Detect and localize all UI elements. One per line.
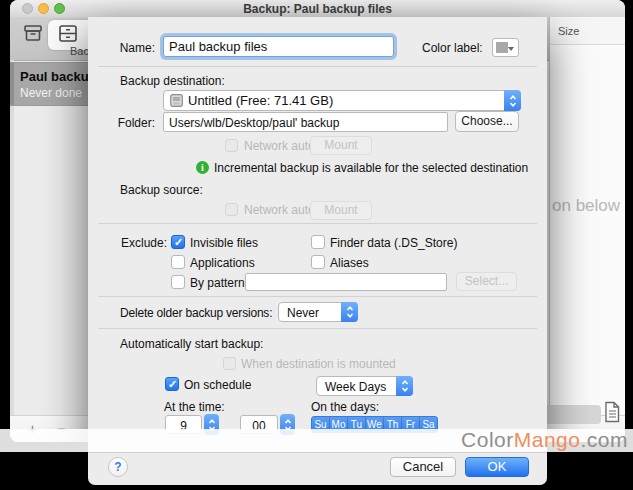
finder-data-checkbox[interactable] (311, 235, 325, 249)
exclude-label: Exclude: (96, 236, 167, 250)
incremental-note: Incremental backup is available for the … (214, 161, 528, 175)
empty-list-hint: on below (552, 196, 620, 216)
popup-arrows-icon (504, 90, 521, 111)
divider (98, 296, 537, 297)
by-pattern-label: By pattern: (190, 276, 248, 290)
when-mounted-label: When destination is mounted (241, 357, 396, 371)
days-label: On the days: (311, 400, 379, 414)
window-title: Backup: Paul backup files (10, 2, 625, 16)
pattern-input[interactable] (245, 273, 447, 291)
aliases-label: Aliases (330, 256, 369, 270)
source-mount-button[interactable]: Mount (310, 201, 372, 220)
cancel-button[interactable]: Cancel (390, 457, 456, 477)
chevron-down-icon (508, 47, 514, 51)
aliases-checkbox[interactable] (311, 255, 325, 269)
source-label: Backup source: (120, 183, 203, 197)
popup-arrows-icon (396, 376, 413, 396)
screenshot-canvas: Backup: Paul backup files Backup Paul ba… (0, 0, 633, 490)
time-label: At the time: (164, 400, 225, 414)
network-automount-checkbox[interactable] (225, 139, 238, 152)
name-input[interactable]: Paul backup files (163, 36, 394, 57)
source-network-automount-checkbox[interactable] (225, 203, 238, 216)
color-swatch (496, 42, 508, 53)
file-list-panel: Size on below (549, 17, 625, 415)
titlebar: Backup: Paul backup files (10, 0, 625, 18)
destination-popup[interactable]: Untitled (Free: 71.41 GB) (163, 90, 521, 111)
destination-label: Backup destination: (120, 74, 225, 88)
size-column-label: Size (558, 25, 579, 37)
watermark-part2: Mango (514, 428, 581, 451)
watermark-part1: Color (461, 428, 514, 451)
folder-label: Folder: (96, 116, 155, 130)
delete-versions-label: Delete older backup versions: (120, 306, 272, 320)
backup-settings-sheet: Name: Paul backup files Color label: Bac… (88, 17, 547, 485)
watermark-part3: .com (580, 428, 628, 451)
schedule-value: Week Days (325, 380, 386, 394)
invisible-files-checkbox[interactable] (171, 235, 185, 249)
document-icon[interactable] (603, 401, 621, 427)
size-column-header[interactable]: Size (550, 17, 625, 45)
on-schedule-label: On schedule (184, 378, 251, 392)
mount-button[interactable]: Mount (310, 136, 372, 155)
bottom-toolbar-chip (545, 405, 601, 424)
sidebar-item-title: Paul backup (20, 69, 96, 84)
select-button[interactable]: Select... (456, 272, 517, 291)
disk-icon (170, 94, 183, 110)
delete-versions-popup[interactable]: Never (278, 302, 358, 322)
color-label: Color label: (422, 41, 483, 55)
autostart-label: Automatically start backup: (120, 337, 263, 351)
destination-value: Untitled (Free: 71.41 GB) (188, 93, 333, 108)
ok-button[interactable]: OK (465, 457, 529, 477)
finder-data-label: Finder data (.DS_Store) (330, 236, 457, 250)
window-edge-strip (10, 60, 14, 415)
info-icon (196, 161, 209, 174)
help-button[interactable]: ? (108, 457, 128, 477)
archive-box-icon[interactable] (22, 22, 44, 48)
applications-checkbox[interactable] (171, 255, 185, 269)
when-mounted-checkbox[interactable] (223, 357, 236, 370)
watermark: ColorMango.com (0, 429, 633, 452)
folder-input[interactable]: Users/wlb/Desktop/paul' backup (163, 112, 448, 132)
color-label-dropdown[interactable] (492, 38, 519, 57)
popup-arrows-icon (341, 302, 358, 322)
divider (98, 328, 537, 329)
by-pattern-checkbox[interactable] (171, 275, 185, 289)
divider (98, 223, 537, 224)
on-schedule-checkbox[interactable] (165, 377, 179, 391)
choose-button[interactable]: Choose... (455, 111, 519, 132)
divider (88, 452, 547, 453)
schedule-popup[interactable]: Week Days (316, 376, 413, 396)
divider (98, 66, 537, 67)
sidebar-item-status: Never done (20, 86, 82, 100)
sidebar-item-backup-project[interactable]: Paul backup Never done (10, 62, 96, 106)
name-label: Name: (96, 41, 155, 55)
invisible-files-label: Invisible files (190, 236, 258, 250)
applications-label: Applications (190, 256, 255, 270)
delete-versions-value: Never (287, 306, 319, 320)
